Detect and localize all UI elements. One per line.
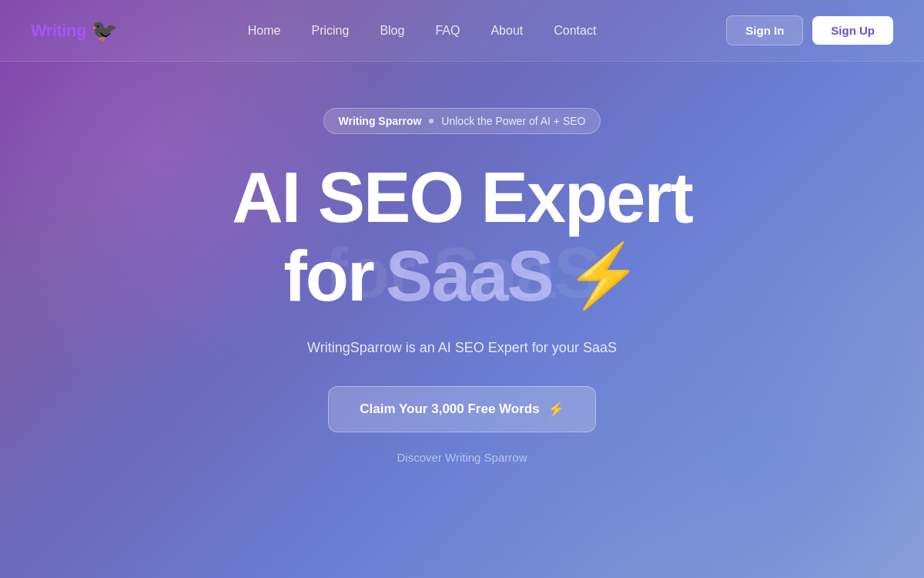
- hero-title-line1: AI SEO Expert: [232, 162, 692, 233]
- hero-for-text: for: [283, 239, 373, 314]
- cta-button[interactable]: Claim Your 3,000 Free Words ⚡: [328, 386, 595, 432]
- hero-section: Writing Sparrow Unlock the Power of AI +…: [0, 62, 924, 464]
- discover-link[interactable]: Discover Writing Sparrow: [397, 451, 527, 464]
- signin-button[interactable]: Sign In: [726, 15, 803, 45]
- navbar: Writing 🐦‍⬛ Home Pricing Blog FAQ About …: [0, 0, 924, 62]
- nav-contact[interactable]: Contact: [554, 24, 596, 37]
- nav-actions: Sign In Sign Up: [726, 15, 893, 45]
- hero-badge-text: Unlock the Power of AI + SEO: [441, 115, 585, 127]
- hero-subtitle: WritingSparrow is an AI SEO Expert for y…: [307, 337, 617, 359]
- nav-faq[interactable]: FAQ: [435, 24, 460, 37]
- hero-lightning-icon: ⚡: [565, 244, 641, 308]
- hero-badge: Writing Sparrow Unlock the Power of AI +…: [323, 108, 600, 134]
- logo-text: Writing: [31, 21, 86, 41]
- logo[interactable]: Writing 🐦‍⬛: [31, 18, 118, 43]
- nav-links: Home Pricing Blog FAQ About Contact: [248, 24, 597, 38]
- hero-saas-text: SaaS: [386, 239, 553, 314]
- nav-about[interactable]: About: [490, 24, 523, 37]
- nav-pricing[interactable]: Pricing: [311, 24, 349, 37]
- signup-button[interactable]: Sign Up: [812, 16, 893, 45]
- cta-label: Claim Your 3,000 Free Words: [360, 402, 539, 417]
- hero-badge-dot-icon: [429, 119, 434, 123]
- hero-badge-brand: Writing Sparrow: [338, 115, 421, 127]
- nav-home[interactable]: Home: [248, 24, 281, 37]
- cta-lightning-icon: ⚡: [547, 401, 564, 418]
- hero-title-line2: for SaaS ⚡: [232, 239, 692, 314]
- logo-bird-icon: 🐦‍⬛: [91, 18, 118, 43]
- nav-blog[interactable]: Blog: [380, 24, 404, 37]
- discover-label: Discover Writing Sparrow: [397, 451, 527, 464]
